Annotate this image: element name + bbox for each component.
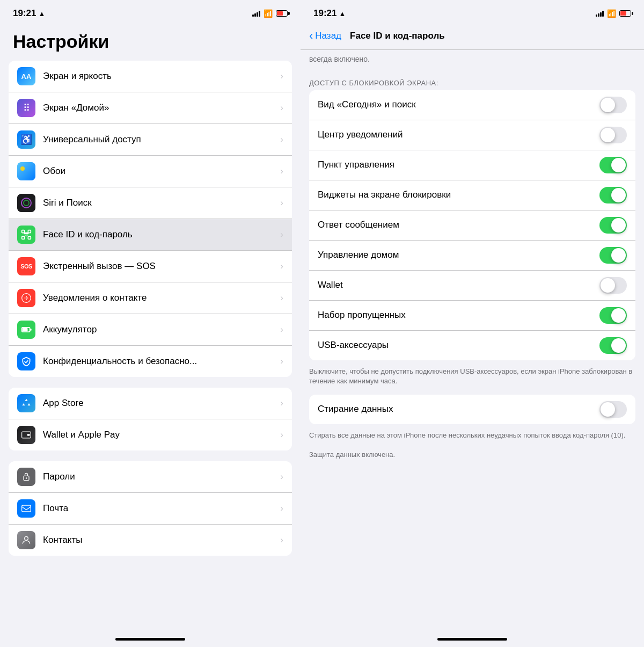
- wallet-icon: [17, 426, 35, 444]
- reply-message-label: Ответ сообщением: [318, 220, 599, 230]
- control-center-label: Пункт управления: [318, 159, 599, 170]
- lock-widgets-label: Виджеты на экране блокировки: [318, 190, 599, 200]
- wallpaper-label: Обои: [43, 166, 276, 177]
- left-time-text: 19:21: [13, 8, 36, 19]
- control-center-toggle[interactable]: [599, 157, 627, 173]
- privacy-icon: [17, 352, 35, 370]
- toggle-control-center[interactable]: Пункт управления: [309, 150, 635, 180]
- notifications-toggle[interactable]: [599, 127, 627, 143]
- passwords-label: Пароли: [43, 471, 276, 482]
- left-panel: 19:21 ▲ 📶 Настройки AA: [0, 0, 301, 647]
- right-battery-fill: [620, 11, 626, 16]
- toggle-reply-message[interactable]: Ответ сообщением: [309, 210, 635, 241]
- svg-rect-19: [22, 505, 31, 512]
- toggle-knob: [611, 338, 626, 353]
- settings-item-contacts[interactable]: Контакты ›: [9, 525, 292, 556]
- toggle-knob: [611, 188, 626, 202]
- faceid-label: Face ID и код-пароль: [43, 229, 276, 240]
- svg-point-1: [20, 166, 25, 171]
- right-signal-icon: [596, 10, 604, 17]
- toggle-missed-calls[interactable]: Набор пропущенных: [309, 301, 635, 331]
- settings-item-display[interactable]: AA Экран и яркость ›: [9, 61, 292, 92]
- battery-settings-icon: [17, 321, 35, 339]
- toggle-notifications[interactable]: Центр уведомлений: [309, 120, 635, 150]
- signal-icon: [252, 10, 260, 17]
- settings-item-sos[interactable]: SOS Экстренный вызов — SOS ›: [9, 251, 292, 282]
- accessibility-label: Универсальный доступ: [43, 134, 276, 145]
- siri-icon: [17, 194, 35, 212]
- settings-item-wallpaper[interactable]: Обои ›: [9, 156, 292, 187]
- settings-item-faceid[interactable]: Face ID и код-пароль ›: [9, 219, 292, 251]
- accessibility-icon: ♿: [17, 130, 35, 149]
- chevron-icon: ›: [280, 198, 283, 208]
- right-status-bar: 19:21 ▲ 📶: [301, 0, 644, 27]
- reply-message-toggle[interactable]: [599, 217, 627, 234]
- lock-widgets-toggle[interactable]: [599, 187, 627, 203]
- right-wifi-icon: 📶: [607, 9, 616, 18]
- toggle-lock-widgets[interactable]: Виджеты на экране блокировки: [309, 180, 635, 210]
- svg-point-20: [25, 536, 28, 540]
- missed-calls-label: Набор пропущенных: [318, 310, 599, 321]
- display-label: Экран и яркость: [43, 71, 276, 82]
- settings-item-accessibility[interactable]: ♿ Универсальный доступ ›: [9, 124, 292, 156]
- back-chevron-icon: ‹: [309, 29, 313, 43]
- svg-rect-14: [23, 329, 27, 331]
- back-button[interactable]: ‹ Назад: [309, 29, 341, 43]
- settings-item-wallet[interactable]: Wallet и Apple Pay ›: [9, 419, 292, 450]
- left-page-title: Настройки: [0, 27, 301, 61]
- svg-rect-0: [17, 162, 35, 180]
- contact-label: Уведомления о контакте: [43, 293, 276, 303]
- toggle-today-view[interactable]: Вид «Сегодня» и поиск: [309, 90, 635, 120]
- settings-item-mail[interactable]: Почта ›: [9, 493, 292, 525]
- toggle-knob: [601, 278, 615, 293]
- toggle-erase[interactable]: Стирание данных: [309, 395, 635, 424]
- usb-label: USB-аксессуары: [318, 340, 599, 351]
- chevron-icon: ›: [280, 134, 283, 145]
- erase-label: Стирание данных: [318, 404, 599, 415]
- toggle-wallet[interactable]: Wallet: [309, 271, 635, 301]
- missed-calls-toggle[interactable]: [599, 307, 627, 324]
- appstore-icon: [17, 394, 35, 412]
- usb-toggle[interactable]: [599, 337, 627, 354]
- home-icon: ⠿: [17, 99, 35, 117]
- home-control-label: Управление домом: [318, 250, 599, 260]
- toggle-usb[interactable]: USB-аксессуары: [309, 331, 635, 360]
- right-location-icon: ▲: [339, 10, 346, 18]
- right-time-text: 19:21: [313, 8, 336, 19]
- right-time: 19:21 ▲: [313, 8, 346, 19]
- settings-item-privacy[interactable]: Конфиденциальность и безопасно... ›: [9, 346, 292, 377]
- notifications-label: Центр уведомлений: [318, 129, 599, 140]
- toggle-knob: [611, 248, 626, 263]
- right-battery-body: [619, 10, 631, 17]
- settings-group-system: Пароли › Почта › Контакты ›: [9, 461, 292, 556]
- chevron-icon: ›: [280, 503, 283, 514]
- settings-item-passwords[interactable]: Пароли ›: [9, 461, 292, 493]
- home-indicator-left: [115, 638, 185, 641]
- battery-icon: [276, 10, 288, 17]
- left-status-icons: 📶: [252, 9, 288, 18]
- chevron-icon: ›: [280, 293, 283, 303]
- wifi-icon: 📶: [264, 9, 273, 18]
- right-nav: ‹ Назад Face ID и код-пароль: [301, 27, 644, 50]
- settings-group-apps: App Store › Wallet и Apple Pay ›: [9, 388, 292, 450]
- contacts-label: Контакты: [43, 535, 276, 546]
- erase-toggle[interactable]: [599, 401, 627, 418]
- settings-item-home[interactable]: ⠿ Экран «Домой» ›: [9, 92, 292, 124]
- today-view-toggle[interactable]: [599, 97, 627, 113]
- chevron-icon: ›: [280, 471, 283, 482]
- svg-point-11: [27, 232, 28, 234]
- settings-item-contact[interactable]: Уведомления о контакте ›: [9, 282, 292, 314]
- svg-rect-16: [27, 434, 30, 435]
- home-control-toggle[interactable]: [599, 247, 627, 264]
- settings-item-appstore[interactable]: App Store ›: [9, 388, 292, 419]
- wallet-toggle[interactable]: [599, 277, 627, 294]
- appstore-label: App Store: [43, 398, 276, 409]
- svg-rect-5: [22, 230, 25, 233]
- svg-rect-2: [17, 194, 35, 212]
- settings-item-battery[interactable]: Аккумулятор ›: [9, 314, 292, 346]
- toggle-home-control[interactable]: Управление домом: [309, 241, 635, 271]
- right-panel: 19:21 ▲ 📶 ‹ Назад Face ID и код-пароль: [301, 0, 644, 647]
- settings-item-siri[interactable]: Siri и Поиск ›: [9, 187, 292, 219]
- signal-bar-1: [596, 14, 597, 17]
- settings-group-display: AA Экран и яркость › ⠿ Экран «Домой» › ♿…: [9, 61, 292, 377]
